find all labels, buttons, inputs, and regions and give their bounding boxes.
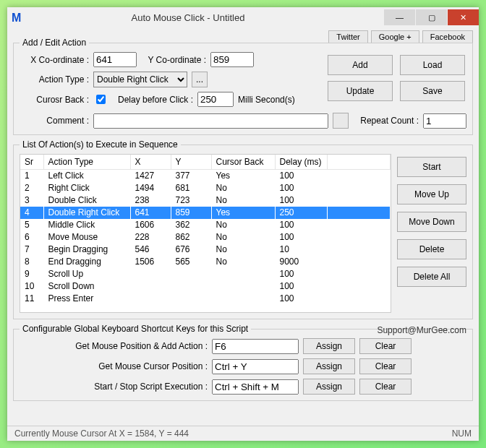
- action-type-label: Action Type :: [20, 74, 89, 85]
- delay-input[interactable]: [197, 92, 234, 107]
- action-list-fieldset: List Of Action(s) to Execute in Sequence…: [13, 139, 473, 319]
- action-list-legend: List Of Action(s) to Execute in Sequence: [20, 139, 181, 150]
- shortcut2-clear[interactable]: Clear: [359, 358, 412, 374]
- delay-label: Delay before Click :: [118, 95, 193, 105]
- repeat-input[interactable]: [423, 113, 466, 129]
- app-window: M Auto Mouse Click - Untitled — ▢ ✕ Twit…: [7, 7, 479, 441]
- delete-button[interactable]: Delete: [397, 239, 466, 259]
- col-sr[interactable]: Sr: [20, 155, 43, 170]
- cursor-back-checkbox[interactable]: [96, 95, 106, 104]
- window-controls: — ▢ ✕: [383, 9, 479, 25]
- shortcut3-label: Start / Stop Script Execution :: [20, 382, 208, 392]
- shortcut3-input[interactable]: [212, 379, 299, 395]
- x-coord-label: X Co-ordinate :: [20, 55, 89, 65]
- shortcut3-clear[interactable]: Clear: [359, 379, 412, 395]
- table-row[interactable]: 6Move Mouse228862No100: [20, 231, 391, 244]
- y-coord-input[interactable]: [210, 52, 254, 67]
- action-type-select[interactable]: Double Right Click: [93, 72, 187, 87]
- shortcut2-label: Get Mouse Cursor Position :: [20, 361, 208, 371]
- status-num: NUM: [452, 428, 472, 439]
- save-button[interactable]: Save: [400, 81, 465, 101]
- table-row[interactable]: 3Double Click238723No100: [20, 194, 391, 207]
- maximize-button[interactable]: ▢: [415, 9, 447, 25]
- add-edit-legend: Add / Edit Action: [20, 38, 89, 48]
- action-table[interactable]: Sr Action Type X Y Cursor Back Delay (ms…: [20, 154, 391, 313]
- minimize-button[interactable]: —: [383, 9, 415, 25]
- shortcut1-input[interactable]: [212, 339, 299, 354]
- col-spacer: [327, 155, 391, 170]
- titlebar[interactable]: M Auto Mouse Click - Untitled — ▢ ✕: [7, 7, 479, 27]
- shortcut2-assign[interactable]: Assign: [303, 358, 355, 374]
- col-y[interactable]: Y: [171, 155, 211, 170]
- shortcut1-assign[interactable]: Assign: [303, 338, 355, 354]
- table-row[interactable]: 9Scroll Up100: [20, 268, 391, 280]
- deleteall-button[interactable]: Delete All: [397, 267, 466, 287]
- content: Twitter Google + Facebook Add / Edit Act…: [7, 27, 479, 426]
- more-options-button[interactable]: ...: [192, 72, 208, 87]
- shortcuts-fieldset: Configurable Global Keyboard Shortcut Ke…: [13, 324, 473, 401]
- table-row[interactable]: 8End Dragging1506565No9000: [20, 256, 391, 268]
- shortcuts-legend: Configurable Global Keyboard Shortcut Ke…: [20, 324, 251, 334]
- x-coord-input[interactable]: [93, 52, 137, 67]
- shortcut2-input[interactable]: [212, 359, 299, 374]
- col-cursor-back[interactable]: Cursor Back: [211, 155, 275, 170]
- close-button[interactable]: ✕: [447, 9, 479, 25]
- shortcut3-assign[interactable]: Assign: [303, 379, 355, 395]
- window-title: Auto Mouse Click - Untitled: [29, 12, 347, 23]
- shortcut1-label: Get Mouse Position & Add Action :: [20, 341, 208, 351]
- movedown-button[interactable]: Move Down: [397, 212, 466, 232]
- moveup-button[interactable]: Move Up: [397, 184, 466, 204]
- y-coord-label: Y Co-ordinate :: [141, 55, 206, 65]
- update-button[interactable]: Update: [328, 81, 393, 101]
- comment-input[interactable]: [93, 113, 328, 129]
- cursor-back-label: Curosr Back :: [20, 95, 89, 105]
- table-row[interactable]: 10Scroll Down100: [20, 280, 391, 293]
- shortcut1-clear[interactable]: Clear: [359, 338, 412, 354]
- app-icon: M: [12, 12, 23, 23]
- table-row[interactable]: 2Right Click1494681No100: [20, 182, 391, 194]
- status-bar: Currently Mouse Cursor At X = 1584, Y = …: [7, 426, 479, 441]
- table-row[interactable]: 7Begin Dragging546676No10: [20, 244, 391, 256]
- table-row[interactable]: 4Double Right Click641859Yes250: [20, 207, 391, 219]
- table-row[interactable]: 1Left Click1427377Yes100: [20, 170, 391, 182]
- col-delay[interactable]: Delay (ms): [275, 155, 327, 170]
- col-x[interactable]: X: [130, 155, 171, 170]
- status-text: Currently Mouse Cursor At X = 1584, Y = …: [14, 428, 189, 439]
- col-action-type[interactable]: Action Type: [43, 155, 130, 170]
- repeat-label: Repeat Count :: [360, 116, 419, 126]
- load-button[interactable]: Load: [400, 55, 465, 75]
- table-row[interactable]: 11Press Enter100: [20, 293, 391, 305]
- add-edit-fieldset: Add / Edit Action X Co-ordinate : Y Co-o…: [13, 38, 473, 135]
- delay-units: Milli Second(s): [238, 95, 295, 105]
- table-row[interactable]: 5Middle Click1606362No100: [20, 219, 391, 231]
- comment-picker-button[interactable]: [333, 113, 349, 129]
- add-button[interactable]: Add: [328, 55, 393, 75]
- start-button[interactable]: Start: [397, 157, 466, 177]
- comment-label: Comment :: [20, 116, 89, 126]
